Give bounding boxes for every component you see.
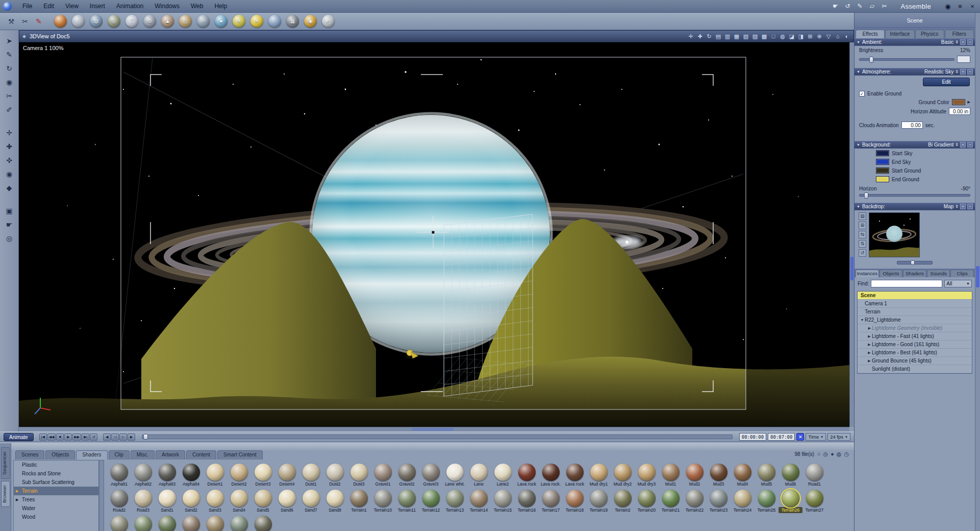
shader-thumbnail[interactable]: Terrain27	[802, 490, 826, 513]
backdrop-move-icon[interactable]: ⇅	[859, 240, 866, 248]
menu-web[interactable]: Web	[185, 0, 209, 12]
property-tab[interactable]: Interface	[885, 30, 914, 38]
coin-tool-icon[interactable]: ◉	[304, 14, 317, 28]
camera-pan-icon[interactable]: ✚	[696, 33, 703, 40]
hierarchy-tab[interactable]: Instances	[856, 270, 879, 277]
shader-thumbnail[interactable]: Lava rock	[563, 464, 587, 487]
shader-thumbnail[interactable]: Lane whit.	[443, 464, 467, 487]
shader-thumbnail[interactable]: Terrain12	[419, 490, 443, 513]
shader-thumbnail[interactable]: Terrain24	[731, 490, 755, 513]
section-plus-icon[interactable]: +	[960, 69, 966, 75]
shader-thumbnail[interactable]: Terrain26	[778, 490, 802, 513]
delete-key-button[interactable]: ◁	[111, 433, 119, 441]
camera-bank-icon[interactable]: ↻	[706, 33, 713, 40]
window-scrollbar[interactable]	[975, 13, 980, 531]
section-plus-icon[interactable]: +	[960, 204, 966, 209]
lit-wireframe-mode-icon[interactable]: ▥	[724, 33, 731, 40]
move-yz-tool-icon[interactable]: ✜	[3, 154, 16, 166]
hotpoint-tool-icon[interactable]: ◉	[3, 167, 16, 180]
shader-thumbnail[interactable]: Sand7	[299, 490, 323, 513]
shader-category-row[interactable]: Sub Surface Scattering	[14, 478, 98, 487]
menu-file[interactable]: File	[17, 0, 38, 12]
shader-thumbnail[interactable]: Desert4	[275, 464, 299, 487]
section-plus-icon[interactable]: +	[960, 142, 966, 148]
mesh-sphere-tool-icon[interactable]: ◍	[89, 14, 103, 28]
liquid-drop-tool-icon[interactable]: ●	[214, 14, 228, 28]
render-preview-icon[interactable]: ◐	[843, 33, 850, 39]
shader-thumbnail[interactable]: Road2	[107, 490, 131, 513]
shader-thumbnail[interactable]: Terrain16	[515, 490, 539, 513]
zoom-tool-icon[interactable]: ◎	[3, 232, 16, 245]
shader-thumbnail[interactable]: Gravel1	[371, 464, 395, 487]
shader-thumbnail[interactable]: Terrain11	[395, 490, 419, 513]
knife-tool-icon[interactable]: ✂	[3, 89, 16, 102]
backdrop-reset-icon[interactable]: ↺	[859, 249, 866, 257]
shader-thumbnail[interactable]: Sand3	[203, 490, 227, 513]
gear-tool-icon[interactable]: ⚙	[143, 14, 157, 28]
wrench-icon[interactable]: ⚒	[5, 15, 17, 28]
window-scrollbar-thumb[interactable]	[976, 266, 979, 287]
scene-tree-row[interactable]: Terrain	[858, 308, 972, 316]
frame-forward-button[interactable]: ▶▶	[72, 433, 81, 441]
expand-triangle-icon[interactable]: ▶	[16, 495, 18, 504]
horizon-slider[interactable]	[859, 194, 970, 197]
paintbrush-icon[interactable]: ✎	[33, 15, 45, 28]
wireframe-mode-icon[interactable]: ▤	[715, 33, 722, 40]
shader-thumbnail[interactable]	[107, 516, 131, 531]
shader-thumbnail[interactable]: Road3	[131, 490, 155, 513]
shader-thumbnail[interactable]: Mud dry3	[635, 464, 659, 487]
shader-thumbnail[interactable]: Terrain22	[683, 490, 707, 513]
shader-thumbnail[interactable]: Terrain10	[371, 490, 395, 513]
browser-tab[interactable]: Clip	[109, 450, 130, 460]
shader-category-row[interactable]: Rocks and Stone	[14, 469, 98, 478]
section-plus-icon[interactable]: +	[960, 39, 966, 45]
gouraud-mode-icon[interactable]: ▧	[742, 33, 749, 40]
ambient-section-header[interactable]: ▼ Ambient: Basic⇕ +−	[855, 38, 975, 46]
add-key-button[interactable]: ▷	[119, 433, 127, 441]
hierarchy-tab[interactable]: Sounds	[927, 270, 950, 277]
shader-thumbnail[interactable]: Terrain21	[659, 490, 683, 513]
shader-thumbnail[interactable]: Lane2	[491, 464, 515, 487]
section-minus-icon[interactable]: −	[967, 204, 973, 209]
viewport-3d-scene[interactable]: Camera 1 100%	[19, 42, 849, 427]
horizon-slider-thumb[interactable]	[864, 192, 868, 199]
horizon-altitude-field[interactable]: 0.00 in	[949, 108, 970, 115]
eye-icon[interactable]: ◉	[943, 3, 952, 10]
menu-help[interactable]: Help	[209, 0, 233, 12]
pan-hand-tool-icon[interactable]: ☛	[3, 218, 16, 231]
section-minus-icon[interactable]: −	[967, 69, 973, 75]
paint-bucket-tool-icon[interactable]: ◆	[3, 181, 16, 194]
shader-category-row[interactable]: Plastic	[14, 461, 98, 469]
edit-button[interactable]: Edit	[923, 78, 970, 86]
window-menu-icon[interactable]: ≡	[956, 3, 965, 10]
shader-thumbnail[interactable]: Gravel2	[395, 464, 419, 487]
prev-key-button[interactable]: ◀	[103, 433, 111, 441]
brightness-slider[interactable]	[859, 58, 954, 61]
scene-tree-row[interactable]: ▼ R22_Lightdome	[858, 316, 972, 324]
backdrop-toggle-icon[interactable]: ◨	[797, 33, 805, 40]
vscroll-thumb[interactable]	[850, 257, 853, 280]
go-end-button[interactable]: ▶|	[82, 433, 89, 441]
menu-edit[interactable]: Edit	[38, 0, 60, 12]
tray-side-tab[interactable]: Browser	[1, 481, 10, 507]
pyramid-tool-icon[interactable]: ▲	[161, 14, 174, 28]
shader-thumbnail[interactable]: Dust3	[347, 464, 371, 487]
expand-triangle-icon[interactable]: ▼	[860, 316, 865, 324]
shader-thumbnail[interactable]	[131, 516, 155, 531]
shader-thumbnail[interactable]: Sand6	[275, 490, 299, 513]
clouds-animation-field[interactable]: 0.00	[901, 122, 923, 129]
shader-thumbnail[interactable]	[203, 516, 227, 531]
scene-tree-row[interactable]: ▶ Lightdome Geometry (invisible)	[858, 324, 972, 332]
camera-track-icon[interactable]: ✛	[687, 33, 694, 40]
enable-ground-checkbox[interactable]: ✓	[859, 91, 865, 96]
ambient-mode-dropdown[interactable]: Basic	[941, 39, 953, 45]
menu-view[interactable]: View	[60, 0, 84, 12]
expand-triangle-icon[interactable]: ▶	[867, 341, 872, 348]
viewport-horizontal-scrollbar[interactable]	[19, 427, 849, 431]
spiky-particle-tool-icon[interactable]: ✳	[232, 14, 246, 28]
shader-thumbnail[interactable]: Desert1	[203, 464, 227, 487]
stop-button[interactable]: ■	[56, 433, 64, 441]
shader-thumbnail[interactable]: Dust1	[299, 464, 323, 487]
close-icon[interactable]: ×	[968, 3, 977, 10]
recent-files-icon[interactable]: ◷	[844, 451, 849, 457]
